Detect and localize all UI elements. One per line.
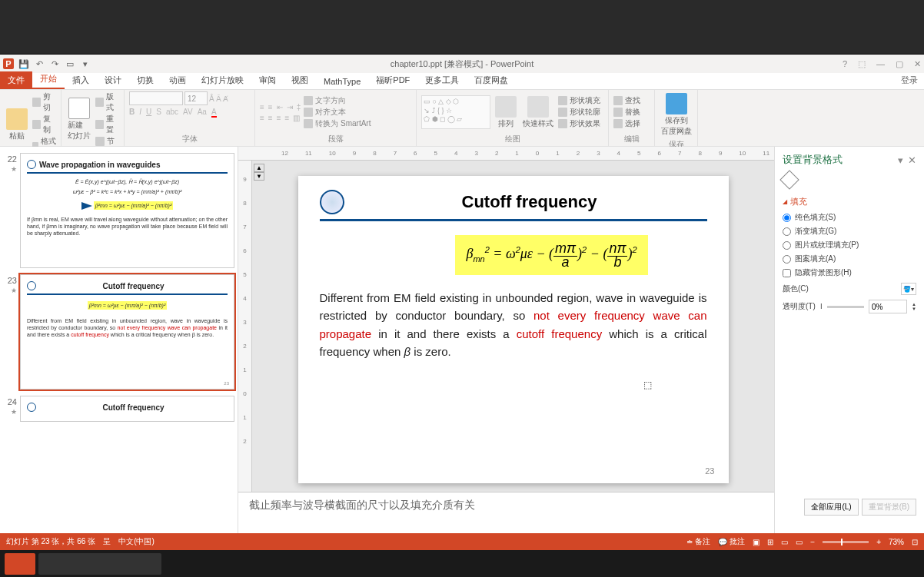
align-text-button[interactable]: 对齐文本	[304, 107, 371, 118]
italic-icon[interactable]: I	[139, 108, 141, 118]
fit-window-icon[interactable]: ⊡	[912, 538, 918, 546]
apply-all-button[interactable]: 全部应用(L)	[804, 499, 858, 516]
align-center-icon[interactable]: ≡	[268, 114, 273, 122]
clear-format-icon[interactable]: A̸	[223, 95, 228, 103]
tab-view[interactable]: 视图	[284, 71, 316, 89]
shape-effect-button[interactable]: 形状效果	[558, 118, 600, 129]
shape-fill-button[interactable]: 形状填充	[558, 95, 600, 106]
transparency-slider[interactable]	[827, 306, 864, 308]
panel-close-icon[interactable]: ✕	[908, 154, 916, 166]
tab-review[interactable]: 审阅	[251, 71, 284, 89]
view-reading-icon[interactable]: ▭	[781, 538, 788, 546]
maximize-icon[interactable]: ▢	[896, 59, 903, 69]
font-size-select[interactable]	[184, 91, 208, 105]
ime-icon[interactable]: 呈	[103, 536, 111, 547]
thumbnail-22[interactable]: 22★ Wave propagation in waveguides Ē = Ē…	[3, 153, 234, 268]
columns-icon[interactable]: ▥	[293, 114, 300, 122]
convert-smartart-button[interactable]: 转换为 SmartArt	[304, 118, 371, 129]
tab-transition[interactable]: 切换	[129, 71, 161, 89]
undo-icon[interactable]: ↶	[34, 58, 45, 69]
line-spacing-icon[interactable]: ‡	[297, 103, 301, 111]
slide-editor[interactable]: Cutoff frequency βmn2 = ω2με − (mπa)2 − …	[298, 176, 729, 483]
thumbnail-24[interactable]: 24★ Cutoff frequency	[3, 396, 234, 422]
qat-more-icon[interactable]: ▾	[80, 58, 91, 69]
increase-font-icon[interactable]: Â	[209, 95, 214, 103]
taskbar[interactable]	[0, 550, 924, 577]
zoom-in-icon[interactable]: +	[876, 538, 881, 546]
opt-pattern-fill[interactable]: 图案填充(A)	[783, 254, 916, 264]
opt-hide-bg[interactable]: 隐藏背景图形(H)	[783, 267, 916, 278]
language-indicator[interactable]: 中文(中国)	[118, 536, 155, 547]
notes-pane[interactable]: 截止频率与波导横截面的尺寸以及填充介质有关	[238, 492, 774, 533]
login-link[interactable]: 登录	[895, 71, 924, 89]
tab-animation[interactable]: 动画	[161, 71, 194, 89]
font-family-select[interactable]	[129, 91, 183, 105]
zoom-slider[interactable]	[823, 541, 869, 543]
underline-icon[interactable]: U	[146, 108, 151, 118]
tab-slideshow[interactable]: 幻灯片放映	[194, 71, 251, 89]
spin-down-icon[interactable]: ▼	[912, 307, 916, 311]
opt-solid-fill[interactable]: 纯色填充(S)	[783, 212, 916, 223]
strike-icon[interactable]: S	[156, 108, 161, 118]
decrease-font-icon[interactable]: Ǎ	[216, 95, 221, 103]
new-slide-button[interactable]: 新建 幻灯片	[66, 96, 92, 143]
align-right-icon[interactable]: ≡	[277, 114, 281, 122]
cut-button[interactable]: 剪切	[32, 91, 56, 113]
tab-home[interactable]: 开始	[32, 70, 65, 89]
justify-icon[interactable]: ≡	[285, 114, 290, 122]
tab-file[interactable]: 文件	[0, 71, 32, 89]
reset-bg-button[interactable]: 重置背景(B)	[862, 499, 916, 516]
notes-toggle[interactable]: ≐ 备注	[686, 536, 710, 547]
fill-category-icon[interactable]	[779, 170, 799, 189]
taskbar-app[interactable]	[38, 553, 161, 575]
bullets-icon[interactable]: ≡	[260, 103, 264, 111]
transparency-input[interactable]	[869, 300, 907, 313]
section-fill[interactable]: 填充	[783, 196, 916, 207]
shape-outline-button[interactable]: 形状轮廓	[558, 107, 600, 118]
indent-left-icon[interactable]: ⇤	[277, 103, 283, 111]
scroll-down-icon[interactable]: ▼	[254, 172, 264, 181]
tab-insert[interactable]: 插入	[65, 71, 97, 89]
case-icon[interactable]: Aa	[198, 108, 207, 118]
select-button[interactable]: 选择	[613, 118, 640, 129]
bold-icon[interactable]: B	[129, 108, 135, 118]
minimize-icon[interactable]: —	[876, 59, 885, 69]
copy-button[interactable]: 复制	[32, 114, 56, 135]
comments-toggle[interactable]: 💬 批注	[718, 536, 745, 547]
view-slideshow-icon[interactable]: ▭	[796, 538, 803, 546]
tab-design[interactable]: 设计	[97, 71, 129, 89]
view-sorter-icon[interactable]: ⊞	[767, 538, 773, 546]
align-left-icon[interactable]: ≡	[260, 114, 264, 122]
thumbnail-panel[interactable]: 22★ Wave propagation in waveguides Ē = Ē…	[0, 147, 238, 533]
opt-gradient-fill[interactable]: 渐变填充(G)	[783, 226, 916, 237]
zoom-value[interactable]: 73%	[889, 538, 904, 546]
replace-button[interactable]: 替换	[613, 107, 640, 118]
taskbar-start[interactable]	[5, 553, 35, 575]
help-icon[interactable]: ?	[843, 59, 847, 69]
view-normal-icon[interactable]: ▣	[753, 538, 759, 546]
find-button[interactable]: 查找	[613, 95, 640, 106]
save-icon[interactable]: 💾	[18, 58, 29, 69]
ribbon-options-icon[interactable]: ⬚	[858, 59, 866, 69]
font-color-icon[interactable]: A	[211, 108, 217, 118]
arrange-button[interactable]: 排列	[494, 95, 518, 131]
panel-dropdown-icon[interactable]: ▾	[898, 154, 903, 166]
section-button[interactable]: 节	[95, 136, 119, 147]
indent-right-icon[interactable]: ⇥	[287, 103, 293, 111]
slideshow-quick-icon[interactable]: ▭	[65, 58, 75, 69]
layout-button[interactable]: 版式	[95, 91, 119, 113]
close-icon[interactable]: ✕	[914, 59, 921, 69]
scroll-up-icon[interactable]: ▲	[254, 164, 264, 172]
thumbnail-23[interactable]: 23★ Cutoff frequency β²mn = ω²με − (mπ/a…	[3, 274, 234, 390]
redo-icon[interactable]: ↷	[49, 58, 60, 69]
tab-baidu[interactable]: 百度网盘	[467, 71, 516, 89]
spacing-icon[interactable]: AV	[183, 108, 193, 118]
zoom-out-icon[interactable]: −	[810, 538, 815, 546]
tab-foxit[interactable]: 福昕PDF	[368, 71, 417, 89]
quick-styles-button[interactable]: 快速样式	[521, 95, 555, 131]
text-direction-button[interactable]: 文字方向	[304, 95, 371, 106]
opt-picture-fill[interactable]: 图片或纹理填充(P)	[783, 240, 916, 250]
reset-button[interactable]: 重置	[95, 114, 119, 135]
save-baidu-button[interactable]: 保存到 百度网盘	[660, 91, 693, 138]
color-picker[interactable]: 🪣▾	[901, 283, 916, 295]
